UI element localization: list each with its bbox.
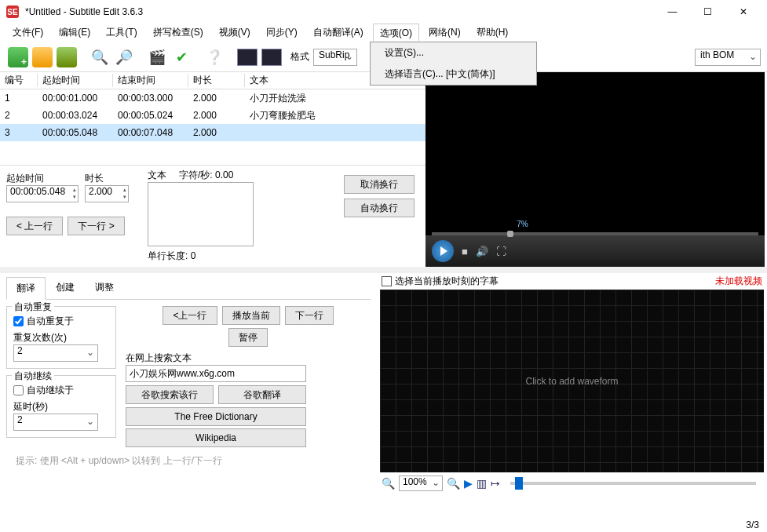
no-video-label: 未加载视频 (715, 275, 762, 288)
waveform-area[interactable]: Click to add waveform (380, 290, 764, 472)
pause-button[interactable]: 暂停 (228, 328, 268, 347)
help-icon[interactable]: ❔ (203, 46, 226, 69)
table-row[interactable]: 200:00:03.02400:00:05.0242.000小刀弯腰捡肥皂 (0, 107, 426, 124)
col-end[interactable]: 结束时间 (113, 74, 188, 87)
play-next-button[interactable]: 下一行 (285, 306, 334, 325)
subtitle-table[interactable]: 编号 起始时间 结束时间 时长 文本 100:00:01.00000:00:03… (0, 72, 426, 165)
col-start[interactable]: 起始时间 (38, 74, 113, 87)
tab-adjust[interactable]: 调整 (85, 276, 124, 299)
menu-auto-translate[interactable]: 自动翻译(A) (307, 24, 370, 42)
video-icon[interactable] (260, 46, 283, 69)
close-button[interactable]: ✕ (725, 0, 761, 24)
fullscreen-icon[interactable]: ⛶ (496, 246, 506, 257)
autorepeat-legend: 自动重复 (12, 301, 54, 314)
menu-tools[interactable]: 工具(T) (100, 24, 143, 42)
chars-per-sec: 字符/秒: 0.00 (179, 169, 233, 182)
maximize-button[interactable]: ☐ (690, 0, 725, 24)
google-translate-button[interactable]: 谷歌翻译 (218, 385, 306, 404)
dropdown-language[interactable]: 选择语言(C)... [中文(简体)] (371, 64, 536, 85)
menu-options[interactable]: 选项(O) (373, 24, 419, 42)
play-icon[interactable] (432, 240, 454, 262)
waveform-hint: Click to add waveform (525, 376, 618, 387)
format-label: 格式 (290, 50, 309, 64)
duration-label: 时长 (85, 172, 129, 185)
play-prev-button[interactable]: <上一行 (163, 306, 217, 325)
play-selection-icon[interactable]: ▶ (464, 477, 473, 490)
video-progress[interactable]: 7% (432, 232, 758, 235)
prev-line-button[interactable]: < 上一行 (6, 217, 63, 235)
line-length-label: 单行长度: 0 (148, 250, 336, 263)
format-combo[interactable]: SubRip (313, 49, 357, 66)
minimize-button[interactable]: — (655, 0, 690, 24)
app-icon: SE (6, 5, 19, 18)
google-search-button[interactable]: 谷歌搜索该行 (126, 385, 214, 404)
autocontinue-legend: 自动继续 (12, 370, 54, 383)
menu-help[interactable]: 帮助(H) (470, 24, 515, 42)
new-file-icon[interactable]: + (6, 46, 30, 69)
play-current-button[interactable]: 播放当前 (222, 306, 280, 325)
menu-video[interactable]: 视频(V) (213, 24, 257, 42)
status-position: 3/3 (746, 519, 759, 530)
dropdown-settings[interactable]: 设置(S)... (371, 42, 536, 64)
encoding-combo[interactable]: ith BOM (695, 49, 761, 66)
goto-icon[interactable]: ↦ (491, 477, 500, 490)
menu-spellcheck[interactable]: 拼写检查(S) (147, 24, 210, 42)
autocontinue-checkbox[interactable] (13, 385, 24, 395)
waveform-icon[interactable] (236, 46, 259, 69)
autorepeat-checkbox[interactable] (13, 316, 24, 326)
next-line-button[interactable]: 下一行 > (68, 217, 124, 235)
start-time-input[interactable]: 00:00:05.048 (6, 185, 79, 202)
select-current-label: 选择当前播放时刻的字幕 (395, 275, 499, 288)
open-file-icon[interactable] (31, 46, 54, 69)
menu-file[interactable]: 文件(F) (6, 24, 49, 42)
zoom-in-icon[interactable]: 🔍 (447, 477, 460, 490)
zoom-out-icon[interactable]: 🔍 (382, 477, 395, 490)
delay-label: 延时(秒) (13, 400, 109, 414)
video-panel[interactable]: 7% ■ 🔊 ⛶ (426, 72, 765, 267)
menu-sync[interactable]: 同步(Y) (260, 24, 304, 42)
volume-icon[interactable]: 🔊 (476, 246, 488, 257)
menu-edit[interactable]: 编辑(E) (53, 24, 97, 42)
menu-network[interactable]: 网络(N) (422, 24, 467, 42)
table-row[interactable]: 300:00:05.04800:00:07.0482.000 (0, 124, 426, 141)
free-dictionary-button[interactable]: The Free Dictionary (126, 407, 306, 426)
replace-icon[interactable]: 🔎 (112, 46, 136, 69)
window-title: *Untitled - Subtitle Edit 3.6.3 (25, 6, 655, 17)
spellcheck-icon[interactable]: ✔ (170, 46, 193, 69)
tab-create[interactable]: 创建 (46, 276, 85, 299)
start-time-label: 起始时间 (6, 172, 79, 185)
search-label: 在网上搜索文本 (126, 352, 371, 365)
snap-icon[interactable]: ▥ (477, 477, 487, 490)
delay-combo[interactable]: 2 (13, 414, 98, 431)
duration-input[interactable]: 2.000 (85, 185, 129, 202)
stop-icon[interactable]: ■ (462, 246, 468, 257)
zoom-combo[interactable]: 100% (399, 476, 443, 491)
waveform-scrollbar[interactable] (510, 482, 756, 485)
select-current-checkbox[interactable] (382, 276, 392, 286)
find-icon[interactable]: 🔍 (88, 46, 111, 69)
tab-translate[interactable]: 翻译 (6, 277, 46, 300)
subtitle-text-input[interactable] (148, 182, 254, 246)
col-duration[interactable]: 时长 (188, 74, 245, 87)
hint-label: 提示: 使用 <Alt + up/down> 以转到 上一行/下一行 (6, 450, 371, 472)
options-dropdown: 设置(S)... 选择语言(C)... [中文(简体)] (370, 42, 537, 86)
col-number[interactable]: 编号 (0, 74, 38, 87)
repeat-count-combo[interactable]: 2 (13, 344, 98, 362)
wikipedia-button[interactable]: Wikipedia (126, 428, 306, 447)
autobreak-button[interactable]: 自动换行 (344, 199, 415, 217)
save-file-icon[interactable] (55, 46, 79, 69)
search-input[interactable] (126, 365, 306, 382)
text-label: 文本 (148, 169, 166, 182)
table-row[interactable]: 100:00:01.00000:00:03.0002.000小刀开始洗澡 (0, 89, 426, 107)
visual-sync-icon[interactable]: 🎬 (145, 46, 169, 69)
repeat-count-label: 重复次数(次) (13, 331, 109, 344)
unbreak-button[interactable]: 取消换行 (344, 175, 415, 194)
